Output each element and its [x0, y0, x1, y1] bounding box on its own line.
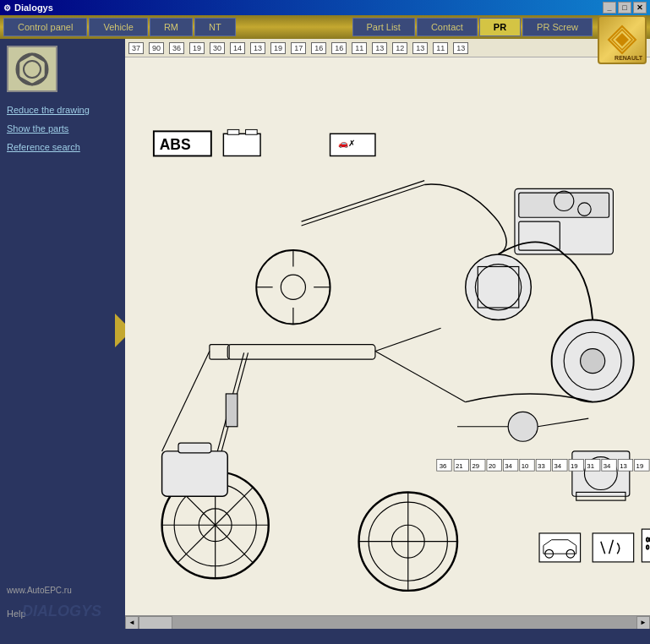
svg-point-53 [581, 349, 605, 374]
top-num-13d: 13 [453, 42, 468, 54]
reduce-drawing-link[interactable]: Reduce the drawing [7, 102, 118, 117]
dialogys-watermark: DIALOGYS [22, 603, 101, 620]
svg-text:36: 36 [440, 462, 447, 470]
svg-rect-21 [227, 345, 375, 359]
diagram-area: 37 90 36 19 30 14 13 19 17 16 16 11 13 1… [125, 39, 650, 629]
svg-rect-60 [539, 533, 581, 562]
scroll-thumb[interactable] [139, 616, 172, 630]
horizontal-scrollbar[interactable]: ◄ ► [125, 615, 650, 629]
tab-nt[interactable]: NT [194, 18, 236, 36]
svg-rect-41 [162, 451, 228, 496]
parts-diagram: ABS 🚗✗ [125, 57, 650, 615]
svg-text:34: 34 [604, 462, 611, 470]
title-bar-title: Dialogys [14, 3, 53, 13]
svg-text:19: 19 [636, 462, 644, 470]
nut-icon [14, 51, 51, 88]
svg-line-14 [302, 184, 425, 226]
svg-rect-42 [178, 443, 211, 453]
svg-text:13: 13 [620, 462, 627, 470]
scroll-right-button[interactable]: ► [636, 616, 650, 630]
svg-text:ABS: ABS [160, 136, 191, 153]
svg-text:0000: 0000 [646, 537, 650, 543]
top-num-37: 37 [128, 42, 144, 54]
renault-diamond-icon [607, 25, 637, 55]
svg-text:34: 34 [554, 462, 562, 470]
svg-text:33: 33 [538, 462, 545, 470]
svg-text:19: 19 [571, 462, 578, 470]
reference-search-link[interactable]: Reference search [7, 139, 118, 155]
svg-rect-63 [593, 533, 634, 562]
maximize-button[interactable]: □ [618, 2, 631, 14]
tab-pr-screw[interactable]: PR Screw [522, 18, 593, 36]
svg-line-56 [538, 418, 588, 427]
title-bar: ⚙ Dialogys _ □ ✕ [0, 0, 650, 15]
title-bar-icon: ⚙ [3, 3, 11, 13]
svg-text:0 000 000: 0 000 000 [646, 544, 650, 550]
svg-rect-9 [227, 129, 239, 134]
top-num-11a: 11 [352, 42, 367, 54]
svg-text:10: 10 [522, 462, 529, 470]
tab-rm[interactable]: RM [150, 18, 193, 36]
tab-part-list[interactable]: Part List [352, 18, 415, 36]
top-num-19b: 19 [270, 42, 286, 54]
svg-point-3 [17, 54, 47, 85]
svg-line-25 [375, 351, 466, 401]
top-num-13c: 13 [412, 42, 428, 54]
main-window: Control panel Vehicle RM NT Part List Co… [0, 15, 650, 644]
top-nav: Control panel Vehicle RM NT Part List Co… [0, 15, 650, 39]
renault-logo: RENAULT [598, 15, 647, 64]
top-num-13a: 13 [250, 42, 265, 54]
top-num-19a: 19 [189, 42, 205, 54]
svg-text:21: 21 [456, 462, 463, 470]
title-bar-controls: _ □ ✕ [603, 2, 647, 14]
scroll-left-button[interactable]: ◄ [125, 616, 139, 630]
top-num-16a: 16 [311, 42, 326, 54]
sidebar-icon-box [7, 46, 57, 92]
minimize-button[interactable]: _ [603, 2, 616, 14]
svg-line-24 [162, 351, 210, 450]
svg-rect-10 [246, 129, 258, 134]
tab-pr[interactable]: PR [479, 18, 521, 36]
top-num-30: 30 [210, 42, 225, 54]
svg-line-13 [302, 181, 425, 222]
top-num-14: 14 [230, 42, 245, 54]
svg-text:🚗✗: 🚗✗ [338, 139, 355, 149]
svg-marker-5 [19, 54, 46, 85]
brand-label: RENAULT [614, 55, 642, 61]
svg-text:31: 31 [587, 462, 594, 470]
show-parts-link[interactable]: Show the parts [7, 121, 118, 136]
top-num-36: 36 [169, 42, 184, 54]
svg-point-4 [24, 61, 41, 78]
top-num-13b: 13 [372, 42, 387, 54]
top-num-12: 12 [392, 42, 407, 54]
close-button[interactable]: ✕ [633, 2, 647, 14]
top-num-90: 90 [149, 42, 164, 54]
svg-rect-8 [223, 134, 260, 156]
svg-line-23 [375, 328, 441, 351]
svg-text:34: 34 [505, 462, 512, 470]
www-text: www.AutoEPC.ru [7, 586, 72, 595]
sidebar: Reduce the drawing Show the parts Refere… [0, 39, 125, 629]
top-num-16b: 16 [331, 42, 347, 54]
svg-point-16 [281, 275, 305, 299]
top-number-strip: 37 90 36 19 30 14 13 19 17 16 16 11 13 1… [125, 39, 650, 57]
scroll-track[interactable] [139, 616, 636, 630]
top-num-11b: 11 [433, 42, 448, 54]
svg-text:20: 20 [489, 462, 496, 470]
top-num-17: 17 [291, 42, 306, 54]
svg-rect-44 [519, 193, 609, 217]
content-area: Reduce the drawing Show the parts Refere… [0, 39, 650, 629]
svg-rect-22 [210, 345, 229, 359]
tab-control-panel[interactable]: Control panel [3, 18, 87, 36]
svg-text:29: 29 [472, 462, 479, 470]
tab-vehicle[interactable]: Vehicle [89, 18, 147, 36]
tab-contact[interactable]: Contact [417, 18, 478, 36]
svg-point-54 [508, 412, 538, 441]
svg-rect-40 [226, 394, 238, 427]
